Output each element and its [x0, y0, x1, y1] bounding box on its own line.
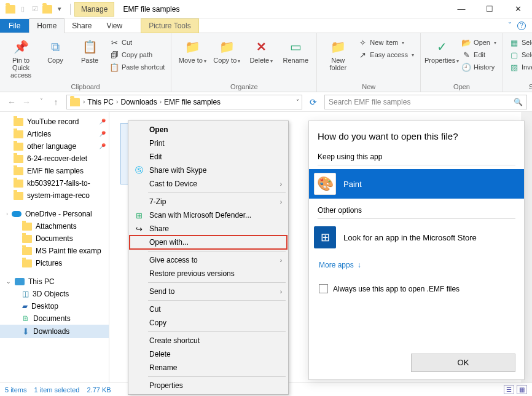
tab-file[interactable]: File	[0, 19, 29, 33]
sidebar-item[interactable]: kb5039217-fails-to-	[0, 177, 109, 189]
close-button[interactable]: ✕	[504, 0, 532, 18]
sidebar-item[interactable]: ◫3D Objects	[0, 288, 109, 300]
folder-icon	[14, 167, 23, 175]
breadcrumb-item[interactable]: This PC	[87, 98, 114, 106]
checkbox-icon[interactable]	[319, 284, 328, 293]
select-none-button[interactable]: ▢Select none	[508, 49, 532, 60]
qat-overflow-icon[interactable]	[42, 4, 53, 15]
sidebar-item[interactable]: system-image-reco	[0, 189, 109, 202]
ribbon-collapse-icon[interactable]: ˇ	[509, 22, 511, 30]
view-details-button[interactable]: ☰	[504, 385, 514, 394]
breadcrumb-dropdown-icon[interactable]: ˅	[296, 98, 299, 105]
qat-checkbox-icon[interactable]: ☑	[29, 4, 41, 15]
edit-button[interactable]: ✎Edit	[460, 49, 498, 60]
dialog-subheading-other: Other options	[318, 206, 515, 219]
open-button[interactable]: 📂Open▾	[460, 37, 498, 48]
paste-shortcut-button[interactable]: 📋Paste shortcut	[108, 61, 166, 73]
chevron-right-icon[interactable]: ›	[114, 98, 120, 105]
rename-button[interactable]: ▭Rename	[280, 36, 311, 64]
app-option-store[interactable]: ⊞ Look for an app in the Microsoft Store	[309, 223, 524, 252]
ctx-open[interactable]: Open	[130, 123, 287, 137]
new-folder-button[interactable]: 📁New folder	[322, 36, 354, 71]
invert-selection-button[interactable]: ▨Invert selection	[508, 61, 532, 73]
qat-save-icon[interactable]: ▯	[17, 4, 28, 15]
ctx-7zip[interactable]: 7-Zip›	[130, 195, 287, 208]
ctx-send-to[interactable]: Send to›	[130, 285, 287, 298]
sidebar-item[interactable]: Pictures	[0, 257, 109, 269]
ctx-defender[interactable]: ⊞Scan with Microsoft Defender...	[130, 208, 287, 222]
sidebar-item-downloads[interactable]: ⬇Downloads	[0, 325, 109, 338]
tab-home[interactable]: Home	[29, 18, 65, 33]
sidebar-item[interactable]: YouTube record📍	[0, 116, 109, 128]
sidebar-item-thispc[interactable]: ⌄This PC	[0, 275, 109, 288]
ctx-edit[interactable]: Edit	[130, 150, 287, 164]
ctx-give-access[interactable]: Give access to›	[130, 253, 287, 267]
ctx-cast[interactable]: Cast to Device›	[130, 177, 287, 191]
copy-to-button[interactable]: 📁Copy to▾	[211, 36, 243, 64]
breadcrumb-item[interactable]: EMF file samples	[164, 98, 221, 106]
breadcrumb[interactable]: › This PC › Downloads › EMF file samples…	[66, 95, 302, 109]
chevron-down-icon: ↓	[358, 261, 361, 269]
manage-context-tab[interactable]: Manage	[74, 2, 114, 17]
ctx-restore[interactable]: Restore previous versions	[130, 267, 287, 280]
store-icon: ⊞	[314, 226, 336, 248]
copy-path-button[interactable]: 🗐Copy path	[108, 49, 166, 60]
sidebar-item[interactable]: Attachments	[0, 220, 109, 232]
nav-recent-button[interactable]: ˅	[34, 97, 48, 107]
ctx-copy[interactable]: Copy	[130, 316, 287, 330]
tab-share[interactable]: Share	[65, 19, 99, 33]
sidebar-item[interactable]: ▰Desktop	[0, 300, 109, 312]
history-button[interactable]: 🕘History	[460, 61, 498, 73]
ctx-rename[interactable]: Rename	[130, 361, 287, 374]
sidebar-item-onedrive[interactable]: ›OneDrive - Personal	[0, 208, 109, 220]
sidebar-item[interactable]: MS Paint file examp	[0, 245, 109, 257]
nav-forward-button[interactable]: →	[20, 97, 33, 107]
view-thumbnails-button[interactable]: ▦	[517, 385, 527, 394]
search-icon[interactable]: 🔍	[514, 98, 523, 106]
ctx-share[interactable]: ↪Share	[130, 222, 287, 236]
navigation-sidebar[interactable]: YouTube record📍 Articles📍 other language…	[0, 112, 109, 382]
ctx-print[interactable]: Print	[130, 137, 287, 150]
pin-quick-access-button[interactable]: 📌 Pin to Quick access	[5, 36, 37, 79]
qat-dropdown-icon[interactable]: ▾	[54, 4, 65, 15]
nav-up-button[interactable]: ↑	[49, 97, 63, 107]
ctx-cut[interactable]: Cut	[130, 303, 287, 316]
chevron-right-icon[interactable]: ›	[80, 98, 87, 105]
delete-icon: ✕	[252, 38, 270, 55]
sidebar-item[interactable]: 6-24-recover-delet	[0, 152, 109, 165]
sidebar-item[interactable]: Articles📍	[0, 128, 109, 140]
ctx-create-shortcut[interactable]: Create shortcut	[130, 334, 287, 347]
ctx-delete[interactable]: Delete	[130, 347, 287, 361]
tab-view[interactable]: View	[99, 19, 130, 33]
sidebar-item[interactable]: other language📍	[0, 140, 109, 152]
easy-access-button[interactable]: ↗Easy access▾	[356, 49, 415, 60]
minimize-button[interactable]: —	[447, 0, 475, 18]
delete-button[interactable]: ✕Delete▾	[245, 36, 277, 64]
move-to-button[interactable]: 📁Move to▾	[176, 36, 208, 64]
paste-button[interactable]: 📋 Paste	[74, 36, 106, 64]
ok-button[interactable]: OK	[411, 354, 515, 372]
tab-picture-tools[interactable]: Picture Tools	[141, 18, 198, 33]
sidebar-item[interactable]: 🗎Documents	[0, 312, 109, 325]
nav-back-button[interactable]: ←	[5, 97, 18, 107]
sidebar-item[interactable]: Documents	[0, 232, 109, 245]
chevron-right-icon[interactable]: ›	[157, 98, 164, 105]
copy-button[interactable]: ⧉ Copy	[39, 36, 71, 64]
cut-button[interactable]: ✂Cut	[108, 37, 166, 48]
search-input[interactable]: Search EMF file samples 🔍	[324, 95, 527, 109]
more-apps-link[interactable]: More apps↓	[319, 261, 515, 269]
ctx-share-skype[interactable]: ⓈShare with Skype	[130, 164, 287, 177]
app-option-paint[interactable]: 🎨 Paint	[309, 169, 524, 199]
refresh-button[interactable]: ⟳	[306, 97, 321, 107]
ctx-open-with[interactable]: Open with...	[130, 236, 287, 249]
sidebar-item[interactable]: EMF file samples	[0, 165, 109, 177]
ctx-properties[interactable]: Properties	[130, 379, 287, 392]
new-item-button[interactable]: ✧New item▾	[356, 37, 415, 48]
properties-button[interactable]: ✓Properties▾	[426, 36, 458, 64]
maximize-button[interactable]: ☐	[475, 0, 504, 18]
help-icon[interactable]: ?	[517, 22, 526, 30]
folder-icon[interactable]	[5, 4, 16, 15]
always-use-checkbox-row[interactable]: Always use this app to open .EMF files	[319, 284, 515, 293]
breadcrumb-item[interactable]: Downloads	[120, 98, 157, 106]
select-all-button[interactable]: ▦Select all	[508, 37, 532, 48]
